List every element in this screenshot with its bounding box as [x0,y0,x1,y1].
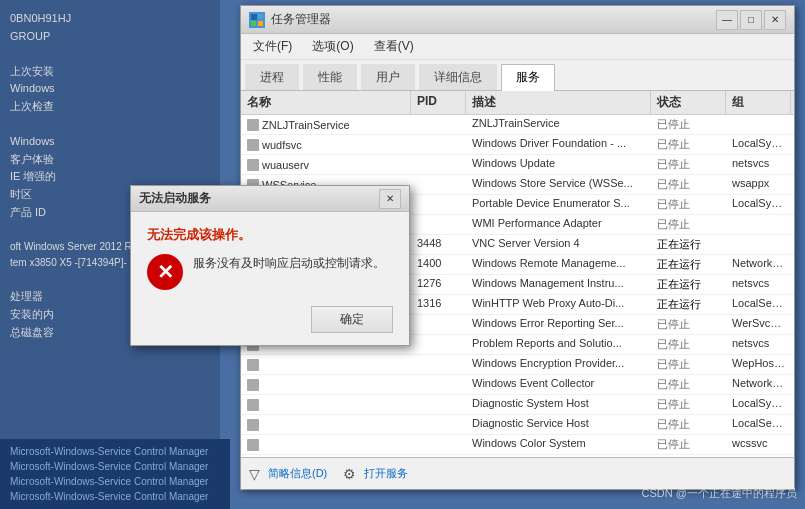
dialog-overlay: 无法启动服务 ✕ 无法完成该操作。 ✕ 服务没有及时响应启动或控制请求。 确定 [0,0,805,509]
dialog-body: ✕ 服务没有及时响应启动或控制请求。 [147,254,393,290]
dialog-header-text: 无法完成该操作。 [147,226,393,244]
dialog-footer[interactable]: 确定 [147,306,393,333]
ok-button[interactable]: 确定 [311,306,393,333]
dialog-content: 无法完成该操作。 ✕ 服务没有及时响应启动或控制请求。 确定 [131,212,409,345]
dialog-message: 服务没有及时响应启动或控制请求。 [193,254,385,272]
dialog-title: 无法启动服务 [139,190,211,207]
error-dialog: 无法启动服务 ✕ 无法完成该操作。 ✕ 服务没有及时响应启动或控制请求。 确定 [130,185,410,346]
dialog-title-bar: 无法启动服务 ✕ [131,186,409,212]
error-icon: ✕ [147,254,183,290]
dialog-close-button[interactable]: ✕ [379,189,401,209]
